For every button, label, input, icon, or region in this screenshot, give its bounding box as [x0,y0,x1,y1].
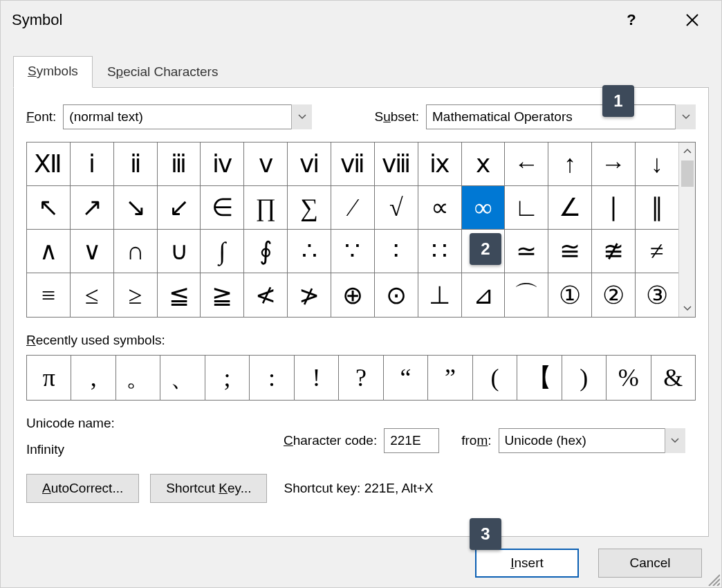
symbol-cell[interactable]: ∕ [331,186,375,230]
subset-combo[interactable] [426,104,696,129]
symbol-cell[interactable]: ∥ [636,186,678,230]
symbol-cell[interactable]: ∞ [462,186,506,230]
symbol-cell[interactable]: ∷ [418,230,462,273]
recent-symbol-cell[interactable]: π [27,356,71,400]
recent-symbol-cell[interactable]: 、 [160,356,205,400]
symbol-cell[interactable]: ≮ [244,273,288,317]
scroll-thumb[interactable] [681,160,694,187]
symbol-cell[interactable]: ① [548,273,592,317]
symbol-cell[interactable]: ↑ [548,143,592,186]
recent-grid[interactable]: π,。、;:!?“”(【)%& [26,355,696,401]
symbol-cell[interactable]: ⅸ [418,143,462,186]
insert-button[interactable]: Insert [475,549,579,578]
recent-symbol-cell[interactable]: ; [205,356,250,400]
symbol-cell[interactable]: Ⅻ [27,143,71,186]
symbol-cell[interactable]: ∫ [201,230,244,273]
from-combo[interactable] [499,428,685,453]
recent-symbol-cell[interactable]: ” [428,356,472,400]
recent-symbol-cell[interactable]: ! [295,356,339,400]
symbol-cell[interactable]: ⊿ [462,273,506,317]
symbol-cell[interactable]: √ [375,186,418,230]
chevron-down-icon[interactable] [665,428,685,453]
symbol-cell[interactable]: ≯ [288,273,331,317]
recent-symbol-cell[interactable]: , [71,356,115,400]
help-icon[interactable]: ? [615,3,648,37]
symbol-cell[interactable]: ⅶ [331,143,375,186]
symbol-cell[interactable]: ∴ [288,230,331,273]
symbol-cell[interactable]: ⅱ [114,143,158,186]
scroll-up-icon[interactable] [679,143,695,159]
symbol-cell[interactable]: ∵ [331,230,375,273]
recent-symbol-cell[interactable]: 【 [517,356,562,400]
symbol-cell[interactable]: ⌒ [505,273,548,317]
symbol-cell[interactable]: ← [505,143,548,186]
recent-symbol-cell[interactable]: “ [384,356,428,400]
symbol-cell[interactable]: ≇ [592,230,636,273]
symbol-cell[interactable]: ∑ [288,186,331,230]
symbol-cell[interactable]: → [592,143,636,186]
symbol-cell[interactable]: ∏ [244,186,288,230]
symbol-cell[interactable]: ⅰ [71,143,114,186]
symbol-cell[interactable]: ⅴ [244,143,288,186]
subset-input[interactable] [426,104,696,129]
scroll-down-icon[interactable] [679,300,695,317]
symbol-cell[interactable]: ∪ [158,230,201,273]
symbol-cell[interactable]: ≦ [158,273,201,317]
symbol-cell[interactable]: ∠ [548,186,592,230]
symbol-cell[interactable]: ∶ [375,230,418,273]
font-input[interactable] [63,104,312,129]
chevron-down-icon[interactable] [291,104,312,129]
symbol-cell[interactable]: ⅹ [462,143,506,186]
symbol-cell[interactable]: ∣ [592,186,636,230]
recent-symbol-cell[interactable]: % [607,356,651,400]
symbol-cell[interactable]: ⅵ [288,143,331,186]
symbol-cell[interactable]: ⊥ [418,273,462,317]
symbol-cell[interactable]: ⅷ [375,143,418,186]
symbol-cell[interactable]: ≅ [548,230,592,273]
symbol-cell[interactable]: ≥ [114,273,158,317]
char-code-input[interactable] [384,428,439,453]
autocorrect-button[interactable]: AutoCorrect... [26,474,139,503]
symbol-cell[interactable]: ∟ [505,186,548,230]
symbol-cell[interactable]: ↓ [636,143,678,186]
symbol-cell[interactable]: ↘ [114,186,158,230]
chevron-down-icon[interactable] [675,104,696,129]
symbol-cell[interactable]: ⊙ [375,273,418,317]
symbol-cell[interactable]: ∨ [71,230,114,273]
symbol-cell[interactable]: ∝ [418,186,462,230]
symbol-cell[interactable]: ∧ [27,230,71,273]
symbol-cell[interactable]: ∮ [244,230,288,273]
shortcut-key-button[interactable]: Shortcut Key... [150,474,267,503]
recent-symbol-cell[interactable]: 。 [116,356,160,400]
resize-grip-icon[interactable] [706,572,720,586]
symbol-cell[interactable]: ② [592,273,636,317]
symbol-cell[interactable]: ≧ [201,273,244,317]
symbol-cell[interactable]: ≃ [505,230,548,273]
symbol-grid[interactable]: Ⅻⅰⅱⅲⅳⅴⅵⅶⅷⅸⅹ←↑→↓↖↗↘↙∈∏∑∕√∝∞∟∠∣∥∧∨∩∪∫∮∴∵∶∷… [27,143,678,317]
cancel-button[interactable]: Cancel [598,549,702,578]
scroll-track[interactable] [679,188,695,300]
recent-symbol-cell[interactable]: : [250,356,294,400]
symbol-cell[interactable]: ∩ [114,230,158,273]
symbol-cell[interactable]: ③ [636,273,678,317]
recent-symbol-cell[interactable]: ( [473,356,517,400]
tab-special-characters[interactable]: Special Characters [93,57,233,88]
from-input[interactable] [499,428,685,453]
symbol-cell[interactable]: ≤ [71,273,114,317]
symbol-cell[interactable]: ⅲ [158,143,201,186]
symbol-cell[interactable]: ↙ [158,186,201,230]
close-icon[interactable] [676,3,709,37]
symbol-cell[interactable]: ∈ [201,186,244,230]
recent-symbol-cell[interactable]: ) [562,356,607,400]
symbol-cell[interactable]: ⊕ [331,273,375,317]
symbol-cell[interactable]: ↖ [27,186,71,230]
recent-symbol-cell[interactable]: & [651,356,695,400]
symbol-cell[interactable]: ≠ [636,230,678,273]
font-combo[interactable] [63,104,312,129]
symbol-cell[interactable]: ≡ [27,273,71,317]
symbol-cell[interactable]: ↗ [71,186,114,230]
tab-symbols[interactable]: Symbols [13,56,93,88]
recent-symbol-cell[interactable]: ? [339,356,383,400]
symbol-cell[interactable]: ⅳ [201,143,244,186]
scrollbar[interactable] [678,143,695,317]
